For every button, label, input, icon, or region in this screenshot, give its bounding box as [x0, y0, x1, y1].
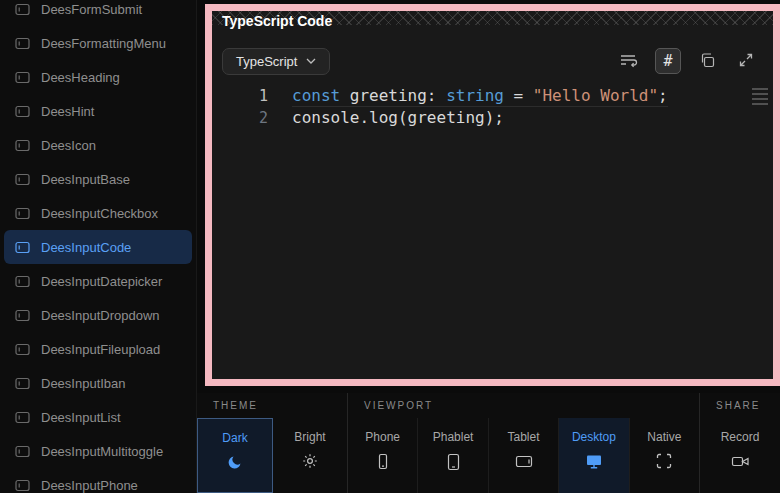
- code-token: :: [427, 86, 446, 105]
- component-icon: [15, 411, 30, 424]
- button-label: Desktop: [572, 430, 616, 444]
- button-label: Tablet: [508, 430, 540, 444]
- moon-icon: [227, 454, 243, 470]
- viewport-phone-button[interactable]: Phone: [348, 418, 418, 493]
- sidebar-item-label: DeesFormSubmit: [41, 2, 142, 17]
- button-label: Dark: [222, 431, 247, 445]
- line-number: 2: [212, 107, 280, 129]
- chevron-down-icon: [306, 58, 316, 64]
- sidebar-item-label: DeesInputCode: [41, 240, 131, 255]
- sidebar-item-deesformsubmit[interactable]: DeesFormSubmit: [4, 0, 192, 26]
- viewport-tablet-button[interactable]: Tablet: [489, 418, 559, 493]
- button-label: Bright: [294, 430, 325, 444]
- theme-bright-button[interactable]: Bright: [273, 418, 347, 493]
- desktop-icon: [585, 453, 603, 469]
- sidebar-item-deesformattingmenu[interactable]: DeesFormattingMenu: [4, 26, 192, 60]
- sidebar-item-label: DeesInputDatepicker: [41, 274, 162, 289]
- component-icon: [15, 207, 30, 220]
- sidebar-item-deesinputcode[interactable]: DeesInputCode: [4, 230, 192, 264]
- line-content: const greeting: string = "Hello World";: [292, 85, 668, 107]
- demo-area: TypeScript Code TypeScript # 1: [212, 11, 773, 379]
- component-icon: [15, 3, 30, 16]
- sidebar-item-deesinputphone[interactable]: DeesInputPhone: [4, 468, 192, 493]
- code-token: "Hello World": [533, 86, 658, 105]
- expand-icon: [738, 52, 754, 71]
- sidebar-item-deesinputlist[interactable]: DeesInputList: [4, 400, 192, 434]
- sidebar-item-label: DeesInputCheckbox: [41, 206, 158, 221]
- code-token: console.log(greeting);: [292, 108, 504, 127]
- code-editor[interactable]: 1 const greeting: string = "Hello World"…: [212, 85, 773, 379]
- line-numbers-toggle-button[interactable]: #: [655, 48, 681, 74]
- viewport-section: VIEWPORT Phone Phablet Tablet Desktop Na…: [348, 393, 700, 493]
- sidebar-item-deesinputfileupload[interactable]: DeesInputFileupload: [4, 332, 192, 366]
- button-label: Phone: [365, 430, 400, 444]
- expand-button[interactable]: [733, 48, 759, 74]
- language-selector[interactable]: TypeScript: [222, 48, 330, 75]
- theme-dark-button[interactable]: Dark: [197, 418, 273, 493]
- component-icon: [15, 71, 30, 84]
- viewport-desktop-button[interactable]: Desktop: [559, 418, 629, 493]
- sidebar-item-label: DeesFormattingMenu: [41, 36, 166, 51]
- component-icon: [15, 479, 30, 492]
- sidebar-item-label: DeesHeading: [41, 70, 120, 85]
- sidebar-item-label: DeesHint: [41, 104, 94, 119]
- properties-bar: THEME Dark Bright VIEWPORT Phone Phablet…: [197, 393, 780, 493]
- sun-icon: [302, 453, 318, 469]
- word-wrap-icon: [619, 52, 639, 71]
- phone-icon: [375, 453, 391, 471]
- sidebar-item-deesinputiban[interactable]: DeesInputIban: [4, 366, 192, 400]
- sidebar-item-deesinputdropdown[interactable]: DeesInputDropdown: [4, 298, 192, 332]
- sidebar-item-label: DeesInputList: [41, 410, 121, 425]
- line-content: console.log(greeting);: [292, 107, 504, 129]
- native-icon: [656, 453, 672, 469]
- code-line: 1 const greeting: string = "Hello World"…: [212, 85, 773, 107]
- component-icon: [15, 241, 30, 254]
- sidebar-item-deeshint[interactable]: DeesHint: [4, 94, 192, 128]
- copy-icon: [699, 52, 715, 71]
- viewport-buttons: Phone Phablet Tablet Desktop Native: [348, 418, 699, 493]
- minimap: [752, 88, 768, 108]
- sidebar-item-label: DeesInputIban: [41, 376, 126, 391]
- sidebar-item-deesinputmultitoggle[interactable]: DeesInputMultitoggle: [4, 434, 192, 468]
- share-buttons: Record: [700, 418, 780, 493]
- code-toolbar: TypeScript #: [222, 47, 759, 75]
- code-token: =: [504, 86, 533, 105]
- code-token: const: [292, 86, 350, 105]
- component-icon: [15, 105, 30, 118]
- share-record-button[interactable]: Record: [700, 418, 780, 493]
- button-label: Record: [721, 430, 760, 444]
- sidebar-item-deesheading[interactable]: DeesHeading: [4, 60, 192, 94]
- line-number: 1: [212, 85, 280, 107]
- component-icon: [15, 275, 30, 288]
- code-token: greeting: [350, 86, 427, 105]
- sidebar-item-label: DeesInputFileupload: [41, 342, 160, 357]
- demo-highlight-frame: TypeScript Code TypeScript # 1: [205, 4, 780, 386]
- theme-section: THEME Dark Bright: [197, 393, 348, 493]
- viewport-native-button[interactable]: Native: [630, 418, 699, 493]
- sidebar-item-label: DeesIcon: [41, 138, 96, 153]
- sidebar-item-label: DeesInputMultitoggle: [41, 444, 163, 459]
- toolbar-icon-group: #: [616, 48, 759, 74]
- sidebar-item-deesicon[interactable]: DeesIcon: [4, 128, 192, 162]
- sidebar-item-deesinputdatepicker[interactable]: DeesInputDatepicker: [4, 264, 192, 298]
- component-icon: [15, 445, 30, 458]
- theme-buttons: Dark Bright: [197, 418, 347, 493]
- copy-button[interactable]: [694, 48, 720, 74]
- component-icon: [15, 139, 30, 152]
- component-icon: [15, 173, 30, 186]
- code-panel-title: TypeScript Code: [222, 13, 332, 29]
- viewport-phablet-button[interactable]: Phablet: [418, 418, 488, 493]
- button-label: Phablet: [433, 430, 474, 444]
- theme-section-header: THEME: [197, 393, 347, 418]
- share-section: SHARE Record: [700, 393, 780, 493]
- app: { "sidebar": { "items": [ {"label": "Dee…: [0, 0, 780, 493]
- sidebar-item-label: DeesInputBase: [41, 172, 130, 187]
- code-token: ;: [658, 86, 668, 105]
- sidebar-item-deesinputcheckbox[interactable]: DeesInputCheckbox: [4, 196, 192, 230]
- word-wrap-button[interactable]: [616, 48, 642, 74]
- tablet-icon: [515, 453, 533, 469]
- sidebar-item-deesinputbase[interactable]: DeesInputBase: [4, 162, 192, 196]
- sidebar-item-label: DeesInputDropdown: [41, 308, 160, 323]
- sidebar-list[interactable]: DeesFormSubmit DeesFormattingMenu DeesHe…: [0, 0, 196, 493]
- component-icon: [15, 37, 30, 50]
